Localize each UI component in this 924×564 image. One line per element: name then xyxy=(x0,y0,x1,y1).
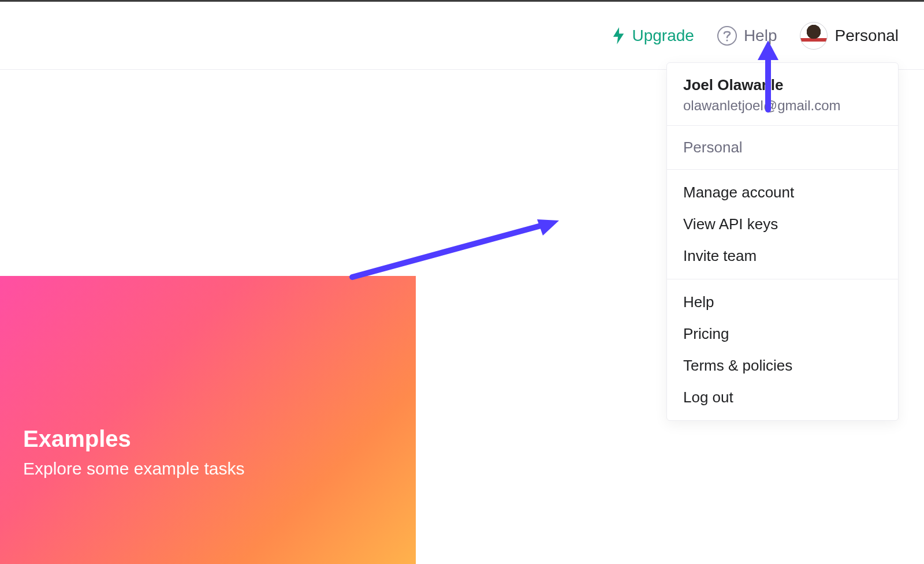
workspace-label: Personal xyxy=(683,139,743,156)
upgrade-label: Upgrade xyxy=(632,27,694,45)
account-dropdown: Joel Olawanle olawanletjoel@gmail.com Pe… xyxy=(666,62,899,421)
examples-title: Examples xyxy=(23,426,393,452)
svg-point-0 xyxy=(726,39,728,41)
help-label: Help xyxy=(744,27,777,45)
menu-item-invite-team[interactable]: Invite team xyxy=(667,240,898,272)
svg-line-1 xyxy=(352,225,543,277)
menu-item-logout[interactable]: Log out xyxy=(667,382,898,413)
examples-subtitle: Explore some example tasks xyxy=(23,459,393,479)
menu-account-section: Manage account View API keys Invite team xyxy=(667,170,898,279)
menu-misc-section: Help Pricing Terms & policies Log out xyxy=(667,279,898,420)
account-menu-trigger[interactable]: Personal xyxy=(800,22,899,50)
svg-marker-2 xyxy=(537,219,559,236)
user-name: Joel Olawanle xyxy=(683,76,882,95)
account-label: Personal xyxy=(834,27,899,45)
examples-card[interactable]: Examples Explore some example tasks xyxy=(0,276,416,564)
menu-item-pricing[interactable]: Pricing xyxy=(667,318,898,350)
menu-item-manage-account[interactable]: Manage account xyxy=(667,177,898,208)
menu-item-terms[interactable]: Terms & policies xyxy=(667,350,898,382)
top-bar: Upgrade Help Personal xyxy=(0,2,924,70)
menu-item-help[interactable]: Help xyxy=(667,286,898,318)
upgrade-button[interactable]: Upgrade xyxy=(612,27,694,45)
menu-item-view-api-keys[interactable]: View API keys xyxy=(667,208,898,240)
annotation-arrow-api-keys xyxy=(346,214,566,283)
menu-user-info: Joel Olawanle olawanletjoel@gmail.com xyxy=(667,63,898,126)
bolt-icon xyxy=(612,27,625,44)
menu-workspace[interactable]: Personal xyxy=(667,126,898,170)
user-email: olawanletjoel@gmail.com xyxy=(683,98,882,114)
question-circle-icon xyxy=(717,26,737,46)
avatar xyxy=(800,22,828,50)
help-button[interactable]: Help xyxy=(717,26,777,46)
